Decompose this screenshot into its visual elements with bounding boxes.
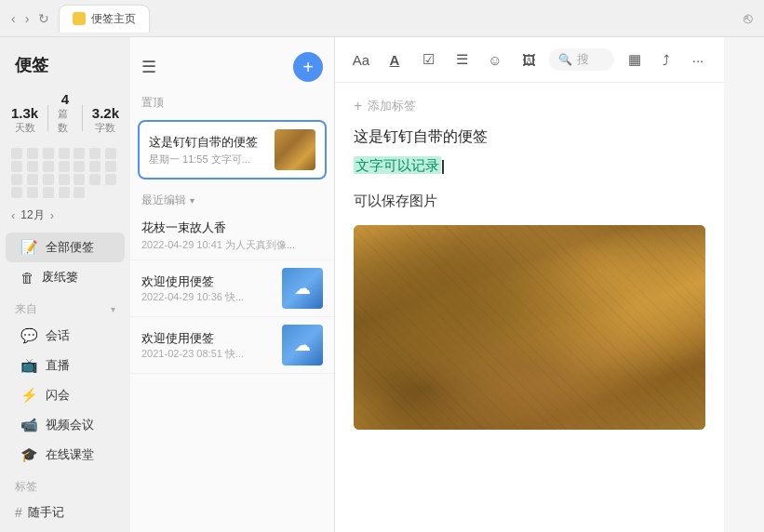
note-item-1-thumbnail: ☁ — [282, 268, 323, 309]
sidebar-item-all-notes-label: 全部便签 — [46, 239, 94, 256]
panel-back-button[interactable]: ☰ — [141, 57, 156, 77]
sidebar-item-conversation[interactable]: 💬 会话 — [6, 321, 125, 351]
note-editor-title: 这是钉钉自带的便签 — [354, 127, 705, 147]
month-prev-button[interactable]: ‹ — [11, 208, 15, 222]
stat-days: 1.3k 天数 — [11, 105, 38, 135]
from-section-arrow: ▾ — [111, 304, 115, 314]
stat-days-value: 1.3k — [11, 105, 38, 121]
note-item-0-title: 花枝一束故人香 — [141, 219, 226, 236]
sidebar-stats: 1.3k 天数 4 篇数 3.2k 字数 — [0, 87, 130, 144]
tab-title: 便签主页 — [91, 11, 136, 27]
template-button[interactable]: ▦ — [622, 47, 648, 73]
note-item-1-title: 欢迎使用便签 — [141, 273, 275, 290]
hash-icon: # — [15, 505, 22, 520]
text-cursor — [442, 160, 444, 174]
stat-chars: 3.2k 字数 — [92, 105, 119, 135]
pinned-note-title: 这是钉钉自带的便签 — [149, 134, 267, 151]
emoji-button[interactable]: ☺ — [482, 47, 508, 73]
blue-thumbnail-1: ☁ — [282, 268, 323, 309]
sidebar-item-trash[interactable]: 🗑 废纸篓 — [6, 262, 125, 292]
note-item-2[interactable]: 欢迎使用便签 2021-02-23 08:51 快... ☁ — [130, 317, 334, 374]
image-button[interactable]: 🖼 — [516, 47, 542, 73]
note-item-0[interactable]: 花枝一束故人香 2022-04-29 10:41 为人天真到像... — [130, 212, 334, 260]
note-item-1-meta: 2022-04-29 10:36 快... — [141, 290, 275, 304]
sidebar-item-all-notes[interactable]: 📝 全部便签 — [6, 233, 125, 262]
stat-days-label: 天数 — [15, 121, 35, 135]
panel-add-button[interactable]: + — [293, 52, 323, 82]
search-label: 搜 — [577, 51, 589, 68]
stat-chars-label: 字数 — [95, 121, 115, 135]
recent-section-label[interactable]: 最近编辑 ▾ — [130, 183, 334, 212]
trash-icon: 🗑 — [20, 270, 34, 286]
note-item-1-info: 欢迎使用便签 2022-04-29 10:36 快... — [141, 273, 275, 304]
leaves-thumbnail — [275, 129, 315, 170]
add-tag-label: 添加标签 — [368, 98, 416, 114]
font-size-button[interactable]: Aa — [348, 47, 374, 73]
notes-panel: ☰ + 置顶 这是钉钉自带的便签 星期一 11:55 文字可... 最近编辑 — [130, 37, 335, 532]
note-editor-body-line2: 可以保存图片 — [354, 190, 705, 212]
sidebar-item-video[interactable]: 📹 视频会议 — [6, 410, 125, 440]
sidebar-item-classroom[interactable]: 🎓 在线课堂 — [6, 440, 125, 470]
pinned-note-text: 这是钉钉自带的便签 星期一 11:55 文字可... — [149, 134, 267, 166]
tab-favicon — [73, 12, 86, 25]
highlighted-text: 文字可以记录 — [354, 156, 441, 174]
editor-toolbar: Aa A ☑ ☰ ☺ 🖼 🔍 搜 ▦ ⤴ — [335, 37, 724, 83]
sidebar-item-trash-label: 废纸篓 — [42, 269, 78, 286]
plus-icon: + — [354, 98, 362, 114]
back-button[interactable]: ‹ — [11, 11, 16, 26]
leaf-image-overlay — [354, 225, 705, 430]
add-tag-button[interactable]: + 添加标签 — [354, 98, 705, 114]
export-button[interactable]: ⤴ — [653, 47, 679, 73]
note-item-1[interactable]: 欢迎使用便签 2022-04-29 10:36 快... ☁ — [130, 260, 334, 317]
classroom-icon: 🎓 — [20, 446, 38, 463]
browser-action-button[interactable]: ⎋ — [744, 10, 753, 27]
note-embedded-image — [354, 225, 705, 430]
editor-content: + 添加标签 这是钉钉自带的便签 文字可以记录 可以保存图片 — [335, 83, 724, 532]
browser-chrome: ‹ › ↻ 便签主页 ⎋ — [0, 0, 764, 37]
note-item-2-info: 欢迎使用便签 2021-02-23 08:51 快... — [141, 330, 275, 361]
search-icon: 🔍 — [558, 53, 572, 66]
stat-notes-value: 4 — [61, 91, 69, 107]
refresh-button[interactable]: ↻ — [38, 11, 49, 26]
blue-thumbnail-2: ☁ — [282, 325, 323, 366]
pinned-note-card[interactable]: 这是钉钉自带的便签 星期一 11:55 文字可... — [138, 120, 327, 180]
checklist-button[interactable]: ☑ — [415, 47, 441, 73]
recent-section-arrow: ▾ — [190, 195, 194, 206]
month-label: 12月 — [20, 207, 44, 223]
stat-divider-1 — [47, 105, 48, 131]
sidebar-item-live[interactable]: 📺 直播 — [6, 351, 125, 380]
list-button[interactable]: ☰ — [449, 47, 475, 73]
toolbar-right-actions: ▦ ⤴ ··· — [622, 47, 711, 73]
underline-button[interactable]: A — [382, 47, 408, 73]
sidebar-item-flash[interactable]: ⚡ 闪会 — [6, 380, 125, 410]
note-item-2-thumbnail: ☁ — [282, 325, 323, 366]
calendar-grid — [0, 144, 130, 206]
month-nav: ‹ 12月 › — [0, 206, 130, 233]
tags-section-label: 标签 — [0, 470, 130, 499]
sidebar-title: 便签 — [0, 47, 130, 87]
more-options-button[interactable]: ··· — [685, 47, 711, 73]
live-icon: 📺 — [20, 357, 38, 374]
chat-icon: 💬 — [20, 327, 38, 344]
browser-tab[interactable]: 便签主页 — [59, 5, 150, 33]
search-box[interactable]: 🔍 搜 — [549, 48, 614, 71]
pinned-note-thumbnail — [275, 129, 315, 170]
sidebar: 便签 1.3k 天数 4 篇数 3.2k 字数 ‹ — [0, 37, 130, 532]
note-item-2-title: 欢迎使用便签 — [141, 330, 275, 347]
pinned-note-meta: 星期一 11:55 文字可... — [149, 153, 267, 166]
stat-divider-2 — [82, 105, 83, 131]
forward-button[interactable]: › — [25, 11, 30, 26]
note-editor-body-line1: 文字可以记录 — [354, 154, 705, 177]
month-next-button[interactable]: › — [50, 208, 54, 222]
stat-notes: 4 篇数 — [58, 91, 73, 135]
notes-icon: 📝 — [20, 239, 38, 256]
tag-item-memo[interactable]: # 随手记 — [0, 499, 130, 526]
video-icon: 📹 — [20, 417, 38, 433]
stat-chars-value: 3.2k — [92, 105, 119, 121]
pinned-section-label: 置顶 — [130, 91, 334, 116]
leaf-image-content — [354, 225, 705, 430]
note-item-0-meta: 2022-04-29 10:41 为人天真到像... — [141, 238, 323, 252]
editor-panel: Aa A ☑ ☰ ☺ 🖼 🔍 搜 ▦ ⤴ — [335, 37, 724, 532]
note-item-2-meta: 2021-02-23 08:51 快... — [141, 347, 275, 361]
from-section-label: 来自 ▾ — [0, 292, 130, 321]
